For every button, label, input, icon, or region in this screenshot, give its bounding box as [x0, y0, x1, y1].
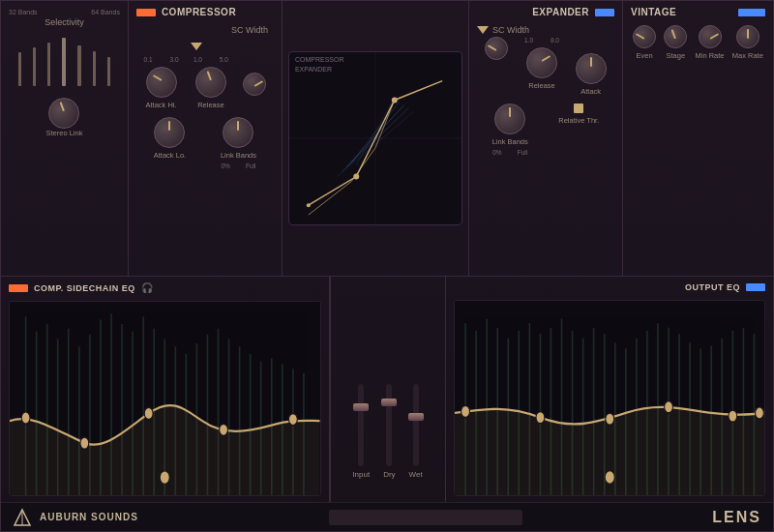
product-name: LENS — [712, 509, 761, 526]
selectivity-label: Selectivity — [9, 17, 120, 27]
transfer-curve-svg — [289, 52, 461, 224]
attack-lo-label: Attack Lo. — [154, 151, 186, 160]
compressor-toggle[interactable] — [136, 9, 156, 16]
svg-point-77 — [728, 410, 736, 422]
exp-release-label: Release — [528, 81, 555, 90]
svg-point-9 — [307, 203, 311, 207]
exp-sc-width-triangle — [477, 26, 489, 34]
svg-point-40 — [144, 407, 153, 419]
exp-release-knob[interactable] — [526, 47, 557, 78]
comp-sc-width-knob-group — [243, 56, 266, 109]
expander-panel: EXPANDER SC Width 1.0 8.0 — [469, 1, 623, 276]
svg-point-78 — [755, 407, 763, 419]
min-rate-group: Min Rate — [696, 25, 725, 60]
band-7 — [107, 57, 110, 86]
faders-container: Input Dry Wet — [352, 372, 422, 479]
attack-hi-knob[interactable] — [146, 67, 177, 98]
attack-lo-group: Attack Lo. — [154, 117, 186, 169]
relative-thr-group: Relative Thr. — [558, 103, 599, 156]
relative-thr-indicator[interactable] — [574, 103, 583, 113]
expander-toggle[interactable] — [595, 9, 614, 16]
release-min: 1.0 — [194, 56, 202, 63]
bands-visualization — [9, 33, 120, 86]
stage-knob[interactable] — [664, 25, 687, 48]
band-6 — [93, 51, 96, 86]
comp-sc-width-triangle — [191, 43, 202, 50]
band-1 — [18, 52, 21, 86]
input-fader-group: Input — [352, 384, 370, 479]
dry-fader-label: Dry — [383, 470, 395, 479]
exp-sc-width-label: SC Width — [492, 25, 529, 35]
even-group: Even — [633, 25, 656, 60]
band-2 — [33, 47, 36, 86]
max-rate-label: Max Rate — [732, 51, 763, 60]
release-label: Release — [197, 101, 224, 109]
exp-knobs-row-2: Link Bands 0% Full Relative Thr. — [477, 103, 614, 156]
input-fader-track[interactable] — [358, 384, 364, 466]
vintage-title: VINTAGE — [631, 7, 676, 17]
dry-fader-track[interactable] — [386, 384, 392, 466]
preset-bar[interactable] — [329, 510, 522, 525]
relative-thr-label: Relative Thr. — [558, 116, 599, 125]
link-bands-knob[interactable] — [223, 117, 253, 148]
max-rate-knob[interactable] — [736, 25, 759, 48]
min-rate-label: Min Rate — [696, 51, 725, 60]
exp-release-group: 1.0 8.0 Release — [524, 37, 559, 96]
attack-hi-label: Attack Hi. — [146, 101, 177, 109]
band-3 — [47, 43, 50, 86]
dry-fader-thumb[interactable] — [381, 399, 397, 406]
comp-eq-svg — [10, 302, 320, 495]
vintage-panel: VINTAGE Even Stage Min Rate — [623, 1, 773, 276]
comp-knobs-row-1: 0.1 3.0 Attack Hi. 1.0 5.0 Release — [136, 56, 274, 109]
compressor-panel: COMPRESSOR SC Width 0.1 3.0 Attack Hi. — [129, 1, 283, 276]
stereo-link-label: Stereo Link — [45, 129, 82, 137]
svg-point-74 — [535, 411, 544, 423]
svg-point-42 — [288, 413, 297, 425]
link-bands-max: Full — [246, 163, 255, 169]
input-fader-thumb[interactable] — [353, 403, 369, 411]
svg-point-7 — [353, 174, 359, 180]
comp-sc-width-knob[interactable] — [243, 73, 266, 96]
bottom-row: COMP. SIDECHAIN EQ 🎧 — [1, 277, 773, 502]
stereo-link-knob[interactable] — [48, 98, 79, 129]
wet-fader-group: Wet — [409, 384, 423, 479]
output-eq-toggle[interactable] — [746, 283, 765, 291]
svg-point-73 — [461, 405, 469, 417]
exp-attack-knob[interactable] — [576, 53, 607, 84]
bands-right-label: 64 Bands — [91, 9, 120, 15]
link-bands-label: Link Bands — [221, 151, 256, 160]
vintage-toggle[interactable] — [738, 9, 765, 16]
comp-eq-canvas — [9, 301, 321, 496]
min-rate-knob[interactable] — [699, 25, 722, 48]
attack-hi-group: 0.1 3.0 Attack Hi. — [144, 56, 179, 109]
attack-lo-knob[interactable] — [154, 117, 185, 148]
headphones-icon[interactable]: 🎧 — [141, 282, 153, 293]
stereo-link-group: Stereo Link — [9, 98, 120, 137]
vintage-header: VINTAGE — [631, 7, 765, 17]
exp-link-bands-knob[interactable] — [494, 103, 525, 134]
max-rate-group: Max Rate — [732, 25, 763, 60]
link-bands-group: Link Bands 0% Full — [221, 117, 256, 169]
svg-point-43 — [161, 471, 169, 483]
vintage-knobs: Even Stage Min Rate Max Rate — [631, 25, 765, 60]
exp-knobs-row-1: 1.0 8.0 Release Attack — [477, 37, 614, 96]
even-knob[interactable] — [633, 25, 656, 48]
wet-fader-track[interactable] — [413, 384, 419, 466]
selectivity-panel: 32 Bands 64 Bands Selectivity Stereo Lin… — [1, 1, 129, 276]
stage-label: Stage — [667, 51, 686, 60]
wet-fader-thumb[interactable] — [408, 413, 424, 421]
output-eq-svg — [455, 301, 765, 495]
exp-sc-width-knob[interactable] — [485, 37, 508, 60]
exp-link-bands-group: Link Bands 0% Full — [492, 103, 528, 156]
svg-point-38 — [21, 412, 30, 424]
dry-fader-group: Dry — [383, 384, 395, 479]
exp-attack-label: Attack — [580, 87, 601, 96]
release-knob[interactable] — [195, 67, 226, 98]
auburn-logo-icon — [13, 508, 32, 527]
footer: AUBURN SOUNDS LENS — [1, 502, 773, 531]
comp-eq-toggle[interactable] — [9, 284, 28, 292]
compressor-title: COMPRESSOR — [162, 7, 236, 17]
svg-point-41 — [220, 424, 228, 435]
stage-group: Stage — [664, 25, 687, 60]
bands-left-label: 32 Bands — [9, 9, 38, 15]
